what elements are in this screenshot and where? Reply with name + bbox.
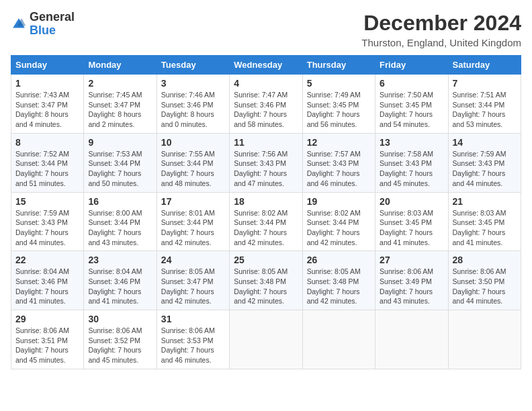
month-title: December 2024 <box>361 11 521 36</box>
day-number: 8 <box>15 137 79 148</box>
day-number: 13 <box>380 137 443 148</box>
day-number: 18 <box>234 196 298 207</box>
calendar-cell: 26Sunrise: 8:05 AMSunset: 3:48 PMDayligh… <box>302 251 375 310</box>
calendar-cell: 7Sunrise: 7:51 AMSunset: 3:44 PMDaylight… <box>448 75 521 134</box>
column-header-tuesday: Tuesday <box>157 56 229 75</box>
day-info: Sunrise: 7:59 AMSunset: 3:43 PMDaylight:… <box>15 208 79 248</box>
day-number: 14 <box>453 137 517 148</box>
calendar-cell: 18Sunrise: 8:02 AMSunset: 3:44 PMDayligh… <box>230 192 302 251</box>
day-info: Sunrise: 8:05 AMSunset: 3:48 PMDaylight:… <box>234 267 298 306</box>
day-number: 4 <box>234 78 298 89</box>
day-number: 31 <box>161 314 225 324</box>
calendar-cell: 31Sunrise: 8:06 AMSunset: 3:53 PMDayligh… <box>157 310 229 369</box>
calendar-cell: 1Sunrise: 7:43 AMSunset: 3:47 PMDaylight… <box>11 75 84 134</box>
calendar-cell: 2Sunrise: 7:45 AMSunset: 3:47 PMDaylight… <box>84 75 157 134</box>
calendar-week-row: 15Sunrise: 7:59 AMSunset: 3:43 PMDayligh… <box>11 192 521 251</box>
day-info: Sunrise: 8:06 AMSunset: 3:49 PMDaylight:… <box>380 267 443 306</box>
day-number: 17 <box>161 196 225 207</box>
calendar-cell: 17Sunrise: 8:01 AMSunset: 3:44 PMDayligh… <box>157 192 229 251</box>
calendar-cell: 25Sunrise: 8:05 AMSunset: 3:48 PMDayligh… <box>230 251 302 310</box>
day-number: 3 <box>161 78 225 89</box>
logo-general-text: General <box>30 10 75 24</box>
day-number: 21 <box>453 196 517 207</box>
day-number: 26 <box>307 255 371 265</box>
column-header-wednesday: Wednesday <box>230 56 302 75</box>
day-info: Sunrise: 7:47 AMSunset: 3:46 PMDaylight:… <box>234 90 298 130</box>
calendar-week-row: 8Sunrise: 7:52 AMSunset: 3:44 PMDaylight… <box>11 133 521 192</box>
page-header: General Blue December 2024 Thurston, Eng… <box>11 11 521 48</box>
calendar-cell: 16Sunrise: 8:00 AMSunset: 3:44 PMDayligh… <box>84 192 157 251</box>
calendar-cell: 20Sunrise: 8:03 AMSunset: 3:45 PMDayligh… <box>375 192 448 251</box>
day-info: Sunrise: 8:06 AMSunset: 3:53 PMDaylight:… <box>161 326 225 365</box>
column-header-monday: Monday <box>84 56 157 75</box>
calendar-cell: 22Sunrise: 8:04 AMSunset: 3:46 PMDayligh… <box>11 251 84 310</box>
day-info: Sunrise: 8:06 AMSunset: 3:52 PMDaylight:… <box>88 326 152 365</box>
calendar-cell <box>375 310 448 369</box>
calendar-cell: 24Sunrise: 8:05 AMSunset: 3:47 PMDayligh… <box>157 251 229 310</box>
day-info: Sunrise: 8:05 AMSunset: 3:47 PMDaylight:… <box>161 267 225 306</box>
day-number: 20 <box>380 196 443 207</box>
day-info: Sunrise: 8:06 AMSunset: 3:51 PMDaylight:… <box>15 326 79 365</box>
day-number: 7 <box>453 78 517 89</box>
day-info: Sunrise: 7:51 AMSunset: 3:44 PMDaylight:… <box>453 90 517 130</box>
calendar-cell <box>302 310 375 369</box>
calendar-cell: 6Sunrise: 7:50 AMSunset: 3:45 PMDaylight… <box>375 75 448 134</box>
calendar-cell: 9Sunrise: 7:53 AMSunset: 3:44 PMDaylight… <box>84 133 157 192</box>
column-header-saturday: Saturday <box>448 56 521 75</box>
day-number: 12 <box>307 137 371 148</box>
day-info: Sunrise: 8:01 AMSunset: 3:44 PMDaylight:… <box>161 208 225 248</box>
calendar-week-row: 29Sunrise: 8:06 AMSunset: 3:51 PMDayligh… <box>11 310 521 369</box>
title-area: December 2024 Thurston, England, United … <box>361 11 521 48</box>
calendar-cell <box>448 310 521 369</box>
day-info: Sunrise: 8:05 AMSunset: 3:48 PMDaylight:… <box>307 267 371 306</box>
day-number: 19 <box>307 196 371 207</box>
calendar-cell: 5Sunrise: 7:49 AMSunset: 3:45 PMDaylight… <box>302 75 375 134</box>
day-number: 9 <box>88 137 152 148</box>
calendar-cell <box>230 310 302 369</box>
day-info: Sunrise: 8:04 AMSunset: 3:46 PMDaylight:… <box>88 267 152 306</box>
day-info: Sunrise: 7:49 AMSunset: 3:45 PMDaylight:… <box>307 90 371 130</box>
column-header-friday: Friday <box>375 56 448 75</box>
location-text: Thurston, England, United Kingdom <box>361 37 521 48</box>
calendar-week-row: 1Sunrise: 7:43 AMSunset: 3:47 PMDaylight… <box>11 75 521 134</box>
day-number: 28 <box>453 255 517 265</box>
calendar-cell: 21Sunrise: 8:03 AMSunset: 3:45 PMDayligh… <box>448 192 521 251</box>
day-number: 23 <box>88 255 152 265</box>
day-number: 10 <box>161 137 225 148</box>
day-info: Sunrise: 7:43 AMSunset: 3:47 PMDaylight:… <box>15 90 79 130</box>
day-info: Sunrise: 7:55 AMSunset: 3:44 PMDaylight:… <box>161 149 225 189</box>
day-number: 25 <box>234 255 298 265</box>
day-info: Sunrise: 8:03 AMSunset: 3:45 PMDaylight:… <box>453 208 517 248</box>
calendar-cell: 30Sunrise: 8:06 AMSunset: 3:52 PMDayligh… <box>84 310 157 369</box>
logo-blue-text: Blue <box>30 24 56 37</box>
column-header-sunday: Sunday <box>11 56 84 75</box>
day-info: Sunrise: 7:50 AMSunset: 3:45 PMDaylight:… <box>380 90 443 130</box>
day-info: Sunrise: 7:53 AMSunset: 3:44 PMDaylight:… <box>88 149 152 189</box>
calendar-cell: 13Sunrise: 7:58 AMSunset: 3:43 PMDayligh… <box>375 133 448 192</box>
day-info: Sunrise: 7:45 AMSunset: 3:47 PMDaylight:… <box>88 90 152 130</box>
day-info: Sunrise: 8:02 AMSunset: 3:44 PMDaylight:… <box>307 208 371 248</box>
calendar-cell: 14Sunrise: 7:59 AMSunset: 3:43 PMDayligh… <box>448 133 521 192</box>
column-header-thursday: Thursday <box>302 56 375 75</box>
day-info: Sunrise: 8:00 AMSunset: 3:44 PMDaylight:… <box>88 208 152 248</box>
calendar-cell: 29Sunrise: 8:06 AMSunset: 3:51 PMDayligh… <box>11 310 84 369</box>
day-number: 22 <box>15 255 79 265</box>
day-info: Sunrise: 7:59 AMSunset: 3:43 PMDaylight:… <box>453 149 517 189</box>
day-number: 29 <box>15 314 79 324</box>
calendar-cell: 28Sunrise: 8:06 AMSunset: 3:50 PMDayligh… <box>448 251 521 310</box>
day-number: 16 <box>88 196 152 207</box>
day-info: Sunrise: 8:04 AMSunset: 3:46 PMDaylight:… <box>15 267 79 306</box>
day-number: 27 <box>380 255 443 265</box>
day-info: Sunrise: 7:58 AMSunset: 3:43 PMDaylight:… <box>380 149 443 189</box>
logo-icon <box>11 16 27 32</box>
logo: General Blue <box>11 11 75 38</box>
day-info: Sunrise: 7:46 AMSunset: 3:46 PMDaylight:… <box>161 90 225 130</box>
calendar-week-row: 22Sunrise: 8:04 AMSunset: 3:46 PMDayligh… <box>11 251 521 310</box>
calendar-cell: 4Sunrise: 7:47 AMSunset: 3:46 PMDaylight… <box>230 75 302 134</box>
day-number: 11 <box>234 137 298 148</box>
calendar-cell: 3Sunrise: 7:46 AMSunset: 3:46 PMDaylight… <box>157 75 229 134</box>
day-info: Sunrise: 7:57 AMSunset: 3:43 PMDaylight:… <box>307 149 371 189</box>
calendar-cell: 8Sunrise: 7:52 AMSunset: 3:44 PMDaylight… <box>11 133 84 192</box>
day-number: 2 <box>88 78 152 89</box>
day-number: 15 <box>15 196 79 207</box>
